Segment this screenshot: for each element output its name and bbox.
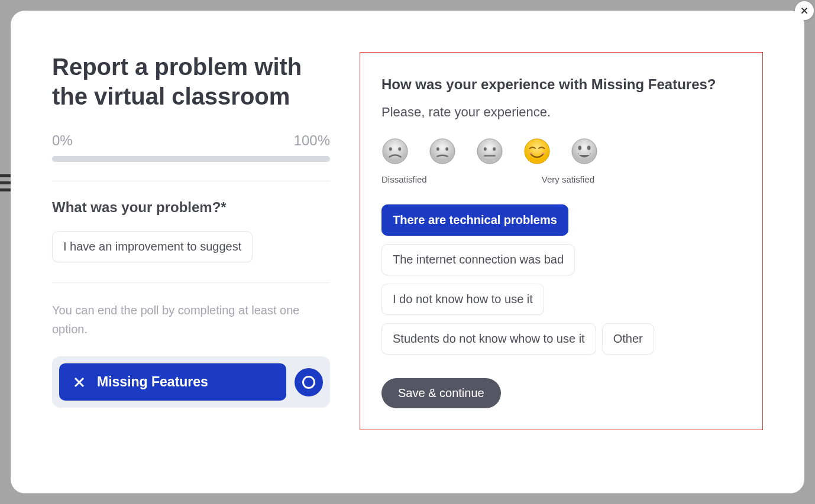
- reason-students-dont-know[interactable]: Students do not know whow to use it: [381, 323, 596, 355]
- reason-bad-connection[interactable]: The internet connection was bad: [381, 244, 575, 275]
- option-label: Missing Features: [97, 374, 208, 390]
- option-radio-button[interactable]: [295, 368, 323, 396]
- reason-chips: There are technical problems The interne…: [381, 204, 741, 363]
- scale-low-label: Dissatisfied: [381, 174, 427, 184]
- progress-low-label: 0%: [52, 132, 73, 149]
- close-icon: [72, 375, 86, 389]
- reason-label: There are technical problems: [393, 213, 557, 226]
- svg-point-11: [529, 152, 533, 155]
- rating-scale-labels: Dissatisfied Very satisfied: [381, 174, 594, 184]
- right-column: How was your experience with Missing Fea…: [360, 52, 763, 470]
- svg-point-0: [383, 139, 408, 164]
- reason-label: The internet connection was bad: [393, 253, 564, 266]
- missing-features-option[interactable]: Missing Features: [59, 363, 286, 401]
- reason-label: I do not know how to use it: [393, 292, 533, 305]
- experience-title: How was your experience with Missing Fea…: [381, 76, 741, 93]
- svg-point-8: [493, 147, 496, 151]
- reason-other[interactable]: Other: [602, 323, 654, 355]
- experience-subtitle: Please, rate your experience.: [381, 105, 741, 120]
- svg-point-2: [398, 147, 401, 151]
- experience-panel: How was your experience with Missing Fea…: [360, 52, 763, 430]
- progress-labels: 0% 100%: [52, 132, 330, 149]
- svg-point-10: [525, 139, 549, 164]
- reason-label: Other: [613, 332, 643, 345]
- close-icon: [799, 5, 810, 16]
- svg-point-5: [445, 147, 448, 151]
- scale-high-label: Very satisfied: [542, 174, 594, 184]
- poll-hint: You can end the poll by completing at le…: [52, 301, 330, 339]
- progress-high-label: 100%: [294, 132, 330, 149]
- face-1-icon[interactable]: [381, 138, 409, 165]
- divider: [52, 282, 330, 283]
- progress-bar: [52, 156, 330, 162]
- left-column: Report a problem with the virtual classr…: [52, 52, 330, 470]
- svg-point-4: [436, 147, 439, 151]
- modal-title: Report a problem with the virtual classr…: [52, 52, 330, 111]
- face-4-icon[interactable]: [523, 138, 551, 165]
- reason-label: Students do not know whow to use it: [393, 332, 585, 345]
- divider: [52, 181, 330, 181]
- face-5-icon[interactable]: [571, 138, 598, 165]
- save-button-label: Save & continue: [398, 386, 484, 399]
- save-continue-button[interactable]: Save & continue: [381, 378, 501, 408]
- report-problem-modal: Report a problem with the virtual classr…: [11, 11, 804, 493]
- option-bar: Missing Features: [52, 356, 330, 408]
- rating-faces: [381, 138, 741, 165]
- face-2-icon[interactable]: [429, 138, 456, 165]
- circle-icon: [302, 376, 315, 389]
- svg-point-1: [389, 147, 392, 151]
- svg-point-15: [587, 145, 591, 150]
- svg-point-13: [572, 139, 597, 164]
- reason-technical-problems[interactable]: There are technical problems: [381, 204, 568, 236]
- svg-point-12: [542, 152, 545, 155]
- svg-point-7: [484, 147, 487, 151]
- svg-point-14: [578, 145, 581, 150]
- suggestion-chip[interactable]: I have an improvement to suggest: [52, 231, 253, 262]
- face-3-icon[interactable]: [476, 138, 503, 165]
- svg-point-3: [430, 139, 455, 164]
- svg-point-6: [477, 139, 502, 164]
- suggestion-chip-label: I have an improvement to suggest: [63, 240, 241, 253]
- problem-question: What was your problem?*: [52, 199, 330, 216]
- reason-dont-know-how[interactable]: I do not know how to use it: [381, 284, 544, 315]
